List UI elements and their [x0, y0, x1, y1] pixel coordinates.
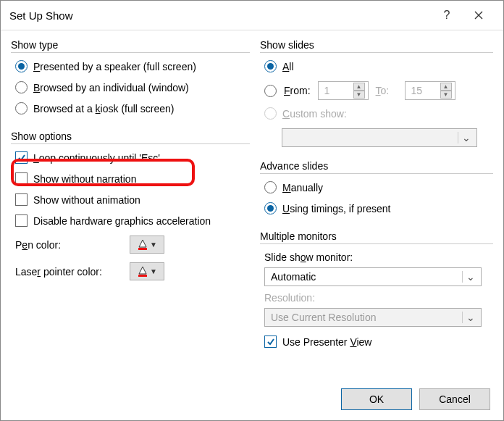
help-button[interactable]: ?	[431, 4, 463, 27]
radio-icon	[264, 181, 277, 193]
radio-all[interactable]: All	[264, 60, 493, 72]
monitors-heading: Multiple monitors	[260, 230, 493, 242]
to-value: 15	[411, 85, 440, 96]
spinner-down-icon[interactable]: ▼	[440, 91, 452, 99]
spinner-up-icon[interactable]: ▲	[440, 83, 452, 91]
radio-label: Browsed at a kiosk (full screen)	[33, 103, 175, 114]
from-value: 1	[324, 85, 353, 96]
show-type-section: Show type Presented by a speaker (full s…	[11, 39, 250, 123]
pen-color-icon	[137, 239, 148, 251]
chevron-down-icon: ⌄	[462, 271, 478, 283]
radio-browsed-kiosk[interactable]: Browsed at a kiosk (full screen)	[15, 102, 250, 114]
show-type-heading: Show type	[11, 39, 250, 51]
radio-from[interactable]	[264, 85, 277, 97]
radio-icon	[264, 60, 277, 72]
close-icon	[474, 11, 483, 20]
monitors-section: Multiple monitors Slide show monitor: Au…	[260, 230, 493, 357]
chevron-down-icon: ⌄	[462, 312, 478, 323]
check-no-animation[interactable]: Show without animation	[15, 193, 250, 206]
radio-label: Custom show:	[282, 108, 347, 120]
radio-icon	[264, 202, 277, 214]
chevron-down-icon: ⌄	[458, 132, 474, 143]
to-spinner[interactable]: 15 ▲▼	[405, 81, 455, 100]
footer: OK Cancel	[1, 378, 503, 420]
combo-value: Use Current Resolution	[271, 312, 462, 323]
radio-browsed-individual[interactable]: Browsed by an individual (window)	[15, 81, 250, 93]
ok-button[interactable]: OK	[341, 388, 412, 410]
radio-icon	[264, 107, 277, 120]
radio-presented[interactable]: Presented by a speaker (full screen)	[15, 60, 250, 72]
spinner-up-icon[interactable]: ▲	[353, 83, 365, 91]
cancel-button[interactable]: Cancel	[419, 388, 490, 410]
check-label: Show without narration	[33, 173, 136, 185]
show-slides-section: Show slides All From: 1 ▲▼ To: 15	[260, 39, 493, 153]
radio-icon	[15, 102, 28, 114]
chevron-down-icon: ▼	[150, 241, 157, 249]
check-loop[interactable]: Loop continuously until 'Esc'	[15, 151, 250, 164]
laser-color-label: Laser pointer color:	[15, 266, 124, 278]
svg-rect-0	[138, 248, 147, 250]
check-no-narration[interactable]: Show without narration	[15, 172, 250, 185]
check-label: Loop continuously until 'Esc'	[33, 152, 160, 164]
check-label: Use Presenter View	[282, 336, 371, 348]
laser-color-button[interactable]: ▼	[130, 262, 164, 280]
check-presenter-view[interactable]: Use Presenter View	[264, 335, 493, 348]
radio-custom-show: Custom show:	[264, 107, 493, 120]
close-button[interactable]	[463, 4, 495, 27]
radio-manually[interactable]: Manually	[264, 181, 493, 193]
show-slides-heading: Show slides	[260, 39, 493, 51]
chevron-down-icon: ▼	[150, 267, 157, 275]
radio-icon	[15, 60, 28, 72]
spinner-down-icon[interactable]: ▼	[353, 91, 365, 99]
combo-value: Automatic	[271, 271, 462, 283]
radio-label: Browsed by an individual (window)	[33, 82, 189, 93]
pen-color-label: Pen color:	[15, 239, 124, 251]
setup-show-dialog: Set Up Show ? Show type Presented by a s…	[0, 0, 504, 421]
monitor-combo[interactable]: Automatic ⌄	[264, 267, 482, 286]
from-label: From:	[284, 85, 311, 96]
laser-color-icon	[137, 266, 148, 278]
radio-label: Using timings, if present	[282, 203, 390, 214]
show-options-heading: Show options	[11, 130, 250, 142]
checkbox-icon	[15, 172, 28, 185]
monitor-label: Slide show monitor:	[264, 251, 493, 263]
radio-timings[interactable]: Using timings, if present	[264, 202, 493, 214]
check-disable-hw[interactable]: Disable hardware graphics acceleration	[15, 214, 250, 227]
resolution-label: Resolution:	[264, 292, 493, 304]
radio-label: All	[282, 61, 294, 72]
advance-slides-section: Advance slides Manually Using timings, i…	[260, 160, 493, 223]
advance-slides-heading: Advance slides	[260, 160, 493, 172]
svg-rect-1	[138, 275, 147, 277]
checkbox-icon	[264, 335, 277, 348]
resolution-combo: Use Current Resolution ⌄	[264, 308, 482, 327]
pen-color-button[interactable]: ▼	[130, 235, 164, 254]
titlebar: Set Up Show ?	[1, 1, 503, 30]
custom-show-combo: ⌄	[282, 128, 477, 147]
radio-icon	[15, 81, 28, 93]
checkbox-icon	[15, 151, 28, 164]
radio-label: Manually	[282, 182, 323, 193]
to-label: To:	[376, 85, 398, 96]
checkbox-icon	[15, 193, 28, 206]
from-spinner[interactable]: 1 ▲▼	[318, 81, 369, 100]
checkbox-icon	[15, 214, 28, 227]
check-label: Show without animation	[33, 194, 140, 206]
radio-label: Presented by a speaker (full screen)	[33, 61, 196, 72]
check-label: Disable hardware graphics acceleration	[33, 215, 211, 227]
show-options-section: Show options Loop continuously until 'Es…	[11, 130, 250, 289]
window-title: Set Up Show	[9, 9, 431, 22]
